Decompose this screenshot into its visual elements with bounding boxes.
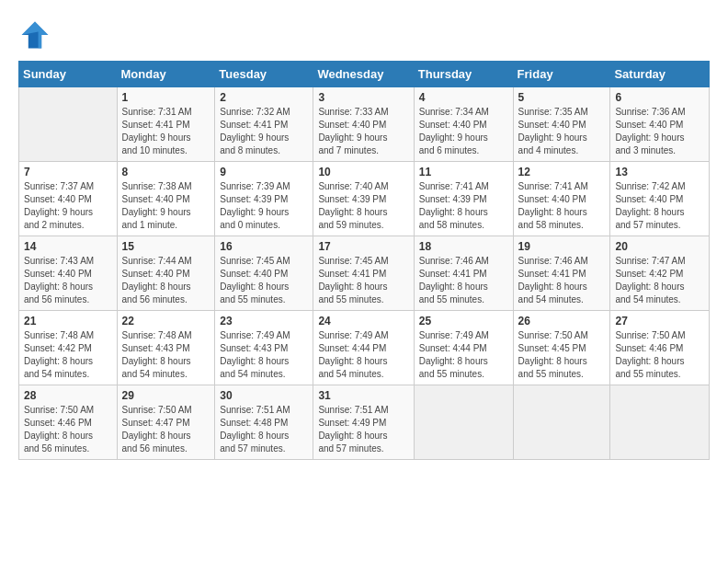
day-cell: 21Sunrise: 7:48 AM Sunset: 4:42 PM Dayli… [19, 311, 118, 385]
day-info: Sunrise: 7:40 AM Sunset: 4:39 PM Dayligh… [318, 180, 408, 232]
day-cell: 30Sunrise: 7:51 AM Sunset: 4:48 PM Dayli… [215, 385, 313, 460]
day-cell: 31Sunrise: 7:51 AM Sunset: 4:49 PM Dayli… [313, 385, 414, 460]
day-info: Sunrise: 7:47 AM Sunset: 4:42 PM Dayligh… [615, 255, 704, 306]
col-header-saturday: Saturday [610, 62, 710, 87]
day-info: Sunrise: 7:43 AM Sunset: 4:40 PM Dayligh… [24, 255, 112, 306]
day-number: 8 [122, 166, 210, 178]
day-info: Sunrise: 7:42 AM Sunset: 4:40 PM Dayligh… [615, 180, 704, 232]
day-cell: 6Sunrise: 7:36 AM Sunset: 4:40 PM Daylig… [610, 87, 710, 162]
day-number: 29 [122, 389, 210, 402]
day-info: Sunrise: 7:48 AM Sunset: 4:42 PM Dayligh… [24, 329, 112, 381]
column-headers: SundayMondayTuesdayWednesdayThursdayFrid… [19, 62, 710, 87]
day-number: 21 [24, 315, 112, 327]
day-info: Sunrise: 7:39 AM Sunset: 4:39 PM Dayligh… [220, 180, 308, 232]
day-cell: 12Sunrise: 7:41 AM Sunset: 4:40 PM Dayli… [513, 162, 610, 236]
week-row-5: 28Sunrise: 7:50 AM Sunset: 4:46 PM Dayli… [19, 385, 710, 460]
day-info: Sunrise: 7:37 AM Sunset: 4:40 PM Dayligh… [24, 180, 112, 232]
day-number: 19 [518, 240, 606, 253]
day-number: 7 [24, 166, 112, 178]
day-info: Sunrise: 7:33 AM Sunset: 4:40 PM Dayligh… [318, 106, 408, 157]
day-info: Sunrise: 7:49 AM Sunset: 4:44 PM Dayligh… [419, 329, 508, 381]
day-info: Sunrise: 7:31 AM Sunset: 4:41 PM Dayligh… [122, 106, 210, 157]
week-row-1: 1Sunrise: 7:31 AM Sunset: 4:41 PM Daylig… [19, 87, 710, 162]
day-cell [610, 385, 710, 460]
day-cell: 22Sunrise: 7:48 AM Sunset: 4:43 PM Dayli… [117, 311, 215, 385]
day-number: 17 [318, 240, 408, 253]
day-number: 16 [220, 240, 308, 253]
week-row-3: 14Sunrise: 7:43 AM Sunset: 4:40 PM Dayli… [19, 236, 710, 311]
day-info: Sunrise: 7:44 AM Sunset: 4:40 PM Dayligh… [122, 255, 210, 306]
day-cell: 10Sunrise: 7:40 AM Sunset: 4:39 PM Dayli… [313, 162, 414, 236]
day-info: Sunrise: 7:49 AM Sunset: 4:44 PM Dayligh… [318, 329, 408, 381]
day-cell: 28Sunrise: 7:50 AM Sunset: 4:46 PM Dayli… [19, 385, 118, 460]
day-number: 23 [220, 315, 308, 327]
week-row-4: 21Sunrise: 7:48 AM Sunset: 4:42 PM Dayli… [19, 311, 710, 385]
day-number: 22 [122, 315, 210, 327]
day-cell: 17Sunrise: 7:45 AM Sunset: 4:41 PM Dayli… [313, 236, 414, 311]
col-header-tuesday: Tuesday [215, 62, 313, 87]
day-number: 13 [615, 166, 704, 178]
day-number: 24 [318, 315, 408, 327]
day-cell: 25Sunrise: 7:49 AM Sunset: 4:44 PM Dayli… [414, 311, 513, 385]
day-cell: 13Sunrise: 7:42 AM Sunset: 4:40 PM Dayli… [610, 162, 710, 236]
day-cell: 15Sunrise: 7:44 AM Sunset: 4:40 PM Dayli… [117, 236, 215, 311]
day-info: Sunrise: 7:32 AM Sunset: 4:41 PM Dayligh… [220, 106, 308, 157]
day-info: Sunrise: 7:35 AM Sunset: 4:40 PM Dayligh… [518, 106, 606, 157]
day-info: Sunrise: 7:50 AM Sunset: 4:46 PM Dayligh… [615, 329, 704, 381]
day-number: 12 [518, 166, 606, 178]
day-number: 4 [419, 91, 508, 104]
day-number: 6 [615, 91, 704, 104]
day-number: 14 [24, 240, 112, 253]
day-info: Sunrise: 7:38 AM Sunset: 4:40 PM Dayligh… [122, 180, 210, 232]
logo-icon [18, 18, 51, 52]
day-cell: 8Sunrise: 7:38 AM Sunset: 4:40 PM Daylig… [117, 162, 215, 236]
calendar-table: SundayMondayTuesdayWednesdayThursdayFrid… [18, 61, 710, 460]
day-info: Sunrise: 7:48 AM Sunset: 4:43 PM Dayligh… [122, 329, 210, 381]
day-cell: 3Sunrise: 7:33 AM Sunset: 4:40 PM Daylig… [313, 87, 414, 162]
day-number: 27 [615, 315, 704, 327]
day-info: Sunrise: 7:46 AM Sunset: 4:41 PM Dayligh… [419, 255, 508, 306]
day-info: Sunrise: 7:51 AM Sunset: 4:49 PM Dayligh… [318, 404, 408, 455]
day-cell: 19Sunrise: 7:46 AM Sunset: 4:41 PM Dayli… [513, 236, 610, 311]
day-cell: 23Sunrise: 7:49 AM Sunset: 4:43 PM Dayli… [215, 311, 313, 385]
col-header-thursday: Thursday [414, 62, 513, 87]
day-number: 9 [220, 166, 308, 178]
day-cell: 29Sunrise: 7:50 AM Sunset: 4:47 PM Dayli… [117, 385, 215, 460]
day-number: 25 [419, 315, 508, 327]
day-cell: 14Sunrise: 7:43 AM Sunset: 4:40 PM Dayli… [19, 236, 118, 311]
logo [18, 18, 57, 52]
day-info: Sunrise: 7:46 AM Sunset: 4:41 PM Dayligh… [518, 255, 606, 306]
day-cell: 7Sunrise: 7:37 AM Sunset: 4:40 PM Daylig… [19, 162, 118, 236]
day-info: Sunrise: 7:41 AM Sunset: 4:40 PM Dayligh… [518, 180, 606, 232]
day-number: 30 [220, 389, 308, 402]
day-number: 20 [615, 240, 704, 253]
day-number: 2 [220, 91, 308, 104]
day-info: Sunrise: 7:50 AM Sunset: 4:45 PM Dayligh… [518, 329, 606, 381]
day-number: 1 [122, 91, 210, 104]
day-info: Sunrise: 7:34 AM Sunset: 4:40 PM Dayligh… [419, 106, 508, 157]
day-cell [414, 385, 513, 460]
day-cell [19, 87, 118, 162]
page-header [18, 18, 710, 52]
day-cell: 18Sunrise: 7:46 AM Sunset: 4:41 PM Dayli… [414, 236, 513, 311]
col-header-wednesday: Wednesday [313, 62, 414, 87]
day-number: 28 [24, 389, 112, 402]
col-header-friday: Friday [513, 62, 610, 87]
day-info: Sunrise: 7:50 AM Sunset: 4:46 PM Dayligh… [24, 404, 112, 455]
day-cell: 20Sunrise: 7:47 AM Sunset: 4:42 PM Dayli… [610, 236, 710, 311]
col-header-monday: Monday [117, 62, 215, 87]
day-number: 10 [318, 166, 408, 178]
day-info: Sunrise: 7:36 AM Sunset: 4:40 PM Dayligh… [615, 106, 704, 157]
day-number: 18 [419, 240, 508, 253]
day-cell: 26Sunrise: 7:50 AM Sunset: 4:45 PM Dayli… [513, 311, 610, 385]
day-info: Sunrise: 7:45 AM Sunset: 4:41 PM Dayligh… [318, 255, 408, 306]
day-info: Sunrise: 7:49 AM Sunset: 4:43 PM Dayligh… [220, 329, 308, 381]
day-cell: 16Sunrise: 7:45 AM Sunset: 4:40 PM Dayli… [215, 236, 313, 311]
day-info: Sunrise: 7:51 AM Sunset: 4:48 PM Dayligh… [220, 404, 308, 455]
day-info: Sunrise: 7:50 AM Sunset: 4:47 PM Dayligh… [122, 404, 210, 455]
day-number: 31 [318, 389, 408, 402]
week-row-2: 7Sunrise: 7:37 AM Sunset: 4:40 PM Daylig… [19, 162, 710, 236]
day-cell: 5Sunrise: 7:35 AM Sunset: 4:40 PM Daylig… [513, 87, 610, 162]
day-cell: 9Sunrise: 7:39 AM Sunset: 4:39 PM Daylig… [215, 162, 313, 236]
day-cell: 27Sunrise: 7:50 AM Sunset: 4:46 PM Dayli… [610, 311, 710, 385]
